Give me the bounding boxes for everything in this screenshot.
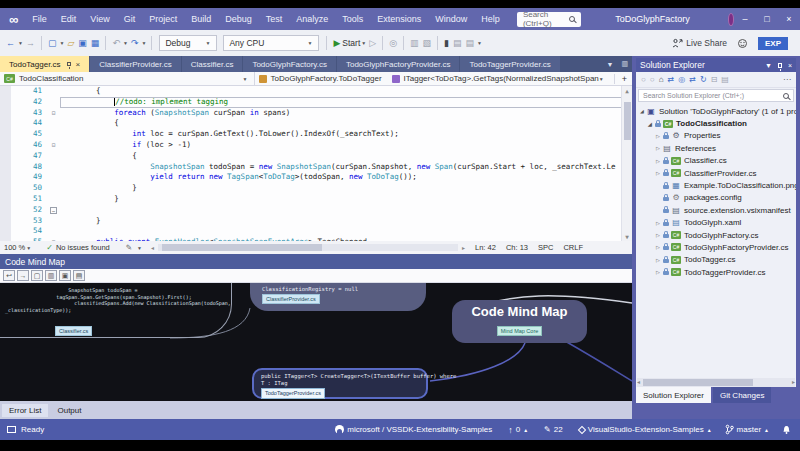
- tree-item[interactable]: ◢▣Solution 'ToDoGlyphFactory' (1 of 1 pr…: [636, 105, 796, 117]
- notifications-button[interactable]: [782, 425, 791, 435]
- menu-tools[interactable]: Tools: [335, 8, 370, 30]
- menu-debug[interactable]: Debug: [218, 8, 259, 30]
- uncommitted-changes-status[interactable]: ✎ 22: [541, 425, 563, 434]
- doc-tab[interactable]: ClassifierProvider.cs: [90, 56, 180, 72]
- expander-icon[interactable]: ▷: [654, 170, 662, 176]
- doc-tab[interactable]: TodoTagger.cs×: [0, 56, 89, 72]
- code-line-49[interactable]: 49 yield return new TagSpan<ToDoTag>(tod…: [11, 172, 632, 183]
- mindmap-node-classifier[interactable]: SnapshotSpan todoSpan = tagSpan.Span.Get…: [0, 283, 232, 338]
- expander-icon[interactable]: ▷: [654, 232, 662, 238]
- member-dropdown[interactable]: ITagger<ToDoTag>.GetTags(NormalizedSnaps…: [388, 72, 632, 85]
- quick-search-box[interactable]: Search (Ctrl+Q): [517, 12, 581, 27]
- collapse-region-icon[interactable]: ⊟: [47, 140, 60, 151]
- line-number[interactable]: 45: [11, 129, 47, 140]
- start-button[interactable]: Start: [342, 38, 360, 48]
- expander-icon[interactable]: ▷: [654, 220, 662, 226]
- tab-solution-explorer[interactable]: Solution Explorer: [636, 387, 711, 403]
- close-button[interactable]: ×: [778, 14, 800, 24]
- menu-extensions[interactable]: Extensions: [370, 8, 428, 30]
- line-number[interactable]: 52: [11, 205, 47, 216]
- panel-tab-output[interactable]: Output: [50, 404, 88, 417]
- line-number[interactable]: 48: [11, 162, 47, 173]
- expander-icon[interactable]: ▷: [654, 244, 662, 250]
- code-line-43[interactable]: 43⊟ foreach (SnapshotSpan curSpan in spa…: [11, 108, 632, 119]
- mindmap-node-classifier-provider[interactable]: ClassificationRegistry = null Classifier…: [250, 283, 426, 311]
- tree-item[interactable]: ▷C#TodoTaggerProvider.cs: [636, 266, 796, 278]
- line-number[interactable]: 49: [11, 172, 47, 183]
- float-window-icon[interactable]: ▥: [621, 60, 628, 68]
- expander-icon[interactable]: ▷: [654, 269, 662, 275]
- tree-item[interactable]: ▤source.extension.vsixmanifest: [636, 204, 796, 216]
- tree-item[interactable]: ▷C#TodoGlyphFactoryProvider.cs: [636, 241, 796, 253]
- zoom-level-dropdown[interactable]: 100 %: [4, 243, 25, 252]
- branch-status[interactable]: master ▲: [725, 424, 769, 435]
- add-view-button[interactable]: +: [614, 74, 627, 84]
- sync-icon[interactable]: ⇄: [689, 75, 696, 84]
- back-button[interactable]: ↩: [3, 270, 15, 281]
- line-number[interactable]: 53: [11, 216, 47, 227]
- close-panel-icon[interactable]: ×: [788, 62, 792, 69]
- attach-icon[interactable]: ◎: [389, 38, 397, 48]
- menu-edit[interactable]: Edit: [54, 8, 84, 30]
- project-dropdown[interactable]: C# TodoClassification ▼: [0, 72, 255, 85]
- solution-explorer-title-bar[interactable]: Solution Explorer ▼ ×: [636, 58, 796, 72]
- code-line-44[interactable]: 44 {: [11, 118, 632, 129]
- menu-help[interactable]: Help: [474, 8, 507, 30]
- doc-tab[interactable]: TodoTaggerProvider.cs: [460, 56, 559, 72]
- spaces-indicator[interactable]: SPC: [538, 243, 553, 252]
- code-line-52[interactable]: 52…: [11, 205, 632, 216]
- pending-changes-icon[interactable]: ◎: [678, 75, 685, 84]
- scroll-down-icon[interactable]: ▼: [622, 233, 632, 240]
- tree-item[interactable]: ▦Example.ToDoClassification.png: [636, 179, 796, 191]
- doc-tab[interactable]: TodoGlyphFactory.cs: [243, 56, 336, 72]
- line-number[interactable]: 47: [11, 151, 47, 162]
- save-button[interactable]: ▣: [59, 270, 71, 281]
- type-dropdown[interactable]: ToDoGlyphFactory.ToDoTagger: [255, 72, 388, 85]
- solution-search-input[interactable]: Search Solution Explorer (Ctrl+;): [638, 89, 794, 102]
- menu-build[interactable]: Build: [184, 8, 218, 30]
- expander-icon[interactable]: ▷: [654, 257, 662, 263]
- expander-icon[interactable]: ◢: [638, 108, 646, 114]
- configuration-dropdown[interactable]: Debug▼: [159, 35, 217, 51]
- show-all-files-icon[interactable]: ▤: [721, 75, 729, 84]
- toolbar-overflow-icon[interactable]: ⋯: [783, 75, 791, 84]
- redo-icon[interactable]: ↷: [131, 38, 139, 48]
- expander-icon[interactable]: ◢: [646, 121, 654, 127]
- expander-icon[interactable]: ▷: [654, 145, 662, 151]
- code-line-51[interactable]: 51 }: [11, 194, 632, 205]
- pin-icon[interactable]: [778, 63, 782, 68]
- menu-analyze[interactable]: Analyze: [289, 8, 335, 30]
- line-number[interactable]: 51: [11, 194, 47, 205]
- menu-test[interactable]: Test: [259, 8, 290, 30]
- maximize-button[interactable]: □: [756, 14, 778, 24]
- live-share-button[interactable]: Live Share: [672, 38, 727, 48]
- node-file-chip[interactable]: TodoTaggerProvider.cs: [261, 388, 325, 399]
- undo-icon[interactable]: ↶: [112, 38, 120, 48]
- hscroll-right-icon[interactable]: ▸: [462, 244, 465, 251]
- menu-git[interactable]: Git: [117, 8, 143, 30]
- menu-project[interactable]: Project: [142, 8, 184, 30]
- github-repo-status[interactable]: microsoft / VSSDK-Extensibility-Samples: [332, 425, 492, 434]
- forward-button[interactable]: →: [17, 270, 29, 281]
- mindmap-node-tagger-provider[interactable]: public ITagger<T> CreateTagger<T>(ITextB…: [252, 368, 428, 399]
- background-tasks-icon[interactable]: [7, 426, 16, 433]
- line-number[interactable]: 46: [11, 140, 47, 151]
- code-line-54[interactable]: 54: [11, 226, 632, 237]
- line-number[interactable]: 43: [11, 108, 47, 119]
- build-icon[interactable]: ▥: [410, 38, 419, 48]
- codelens-pen-icon[interactable]: ✎: [126, 243, 132, 252]
- menu-view[interactable]: View: [83, 8, 116, 30]
- panel-tab-error-list[interactable]: Error List: [2, 404, 48, 417]
- line-number[interactable]: 50: [11, 183, 47, 194]
- code-line-45[interactable]: 45 int loc = curSpan.GetText().ToLower()…: [11, 129, 632, 140]
- start-debug-icon[interactable]: ▶: [333, 38, 340, 48]
- scroll-up-icon[interactable]: ▲: [622, 87, 632, 94]
- new-button[interactable]: ▤: [73, 270, 85, 281]
- active-files-dropdown-icon[interactable]: ▼: [606, 61, 613, 68]
- tab-git-changes[interactable]: Git Changes: [713, 387, 771, 403]
- project-status[interactable]: VisualStudio-Extension-Samples ▲: [576, 425, 712, 434]
- navigate-back-dropdown-icon[interactable]: ▼: [18, 40, 23, 46]
- solution-explorer-hscrollbar[interactable]: ◂ ▸: [637, 378, 795, 387]
- line-number[interactable]: 41: [11, 86, 47, 97]
- breakpoint-margin[interactable]: [0, 86, 11, 241]
